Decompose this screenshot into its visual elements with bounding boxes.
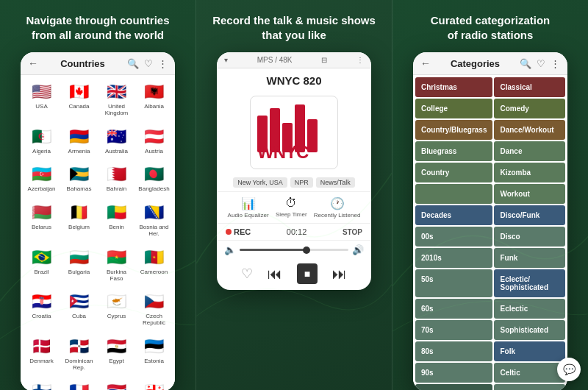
country-flag: 🇧🇾 <box>29 203 55 222</box>
list-item[interactable]: 🇪🇪 Estonia <box>136 333 172 376</box>
list-item[interactable]: 🇦🇱 Albania <box>136 78 172 121</box>
fab-button[interactable]: 💬 <box>557 358 581 381</box>
country-flag: 🇧🇯 <box>104 203 130 222</box>
country-flag: 🇧🇸 <box>66 165 93 184</box>
list-item[interactable]: 🇧🇫 Burkina Faso <box>98 244 135 287</box>
list-item[interactable]: Comedy <box>494 99 565 118</box>
list-item[interactable]: Decades <box>415 205 492 225</box>
list-item[interactable]: 🇧🇾 Belarus <box>24 199 60 242</box>
list-item[interactable]: 🇩🇴 Dominican Rep. <box>61 333 97 376</box>
list-item[interactable]: 🇪🇬 Egypt <box>98 333 135 376</box>
rec-label: REC <box>226 227 251 236</box>
list-item[interactable] <box>415 184 492 204</box>
heart-icon[interactable]: ♡ <box>144 58 153 69</box>
list-item[interactable]: 60s <box>415 299 492 319</box>
list-item[interactable]: Eclectic/ Sophisticated <box>494 269 565 297</box>
list-item[interactable]: 🇨🇲 Cameroon <box>136 244 172 287</box>
volume-track[interactable] <box>240 249 348 251</box>
list-item[interactable]: 🇧🇪 Belgium <box>61 199 97 242</box>
list-item[interactable]: 🇫🇷 France <box>61 377 97 390</box>
country-name: Azerbaijan <box>28 186 56 193</box>
next-button[interactable]: ⏭ <box>332 266 347 283</box>
list-item[interactable]: 🇨🇾 Cyprus <box>98 288 135 331</box>
recently-listened-control[interactable]: 🕐 Recently Listened <box>314 196 361 219</box>
equalizer-control[interactable]: 📊 Audio Equalizer <box>228 196 269 219</box>
list-item[interactable]: 🇨🇦 Canada <box>61 78 97 121</box>
list-item[interactable]: 🇨🇿 Czech Republic <box>136 288 172 331</box>
list-item[interactable]: 🇩🇰 Denmark <box>24 333 60 376</box>
list-item[interactable]: 🇧🇬 Bulgaria <box>61 244 97 287</box>
list-item[interactable]: 🇫🇮 Finland <box>24 377 60 390</box>
list-item[interactable]: Classical <box>494 77 565 97</box>
volume-thumb[interactable] <box>303 247 310 254</box>
list-item[interactable]: Folk <box>494 341 565 361</box>
list-item[interactable]: Disco <box>494 227 565 247</box>
more-icon[interactable]: ⋮ <box>158 58 168 69</box>
list-item[interactable]: Celtic <box>494 363 565 383</box>
list-item[interactable]: 🇩🇿 Algeria <box>24 123 60 160</box>
list-item[interactable]: Eclectic <box>494 299 565 319</box>
list-item[interactable]: 70s <box>415 320 492 340</box>
country-name: Cyprus <box>107 313 126 320</box>
countries-scroll[interactable]: 🇺🇸 USA 🇨🇦 Canada 🇬🇧 United Kingdom 🇦🇱 Al… <box>21 75 175 390</box>
categories-search-icon[interactable]: 🔍 <box>520 58 531 69</box>
list-item[interactable]: Kizomba <box>494 163 565 182</box>
list-item[interactable]: 🇧🇭 Bahrain <box>98 160 135 197</box>
sleep-timer-control[interactable]: ⏱ Sleep Timer <box>276 196 307 219</box>
list-item[interactable]: Dance <box>494 141 565 161</box>
list-item[interactable]: College <box>415 99 492 118</box>
list-item[interactable]: 50s <box>415 269 492 297</box>
list-item[interactable]: 80s <box>415 341 492 361</box>
country-flag: 🇨🇾 <box>104 292 130 311</box>
list-item[interactable]: Bluegrass <box>415 141 492 161</box>
network-tag: NPR <box>290 177 313 188</box>
categories-scroll[interactable]: ChristmasClassicalCollegeComedyCountry/B… <box>413 75 567 390</box>
categories-more-icon[interactable]: ⋮ <box>551 58 560 69</box>
list-item[interactable]: 🇧🇩 Bangladesh <box>136 160 172 197</box>
list-item[interactable]: Disco/Funk <box>494 205 565 225</box>
list-item[interactable]: 🇧🇷 Brazil <box>24 244 60 287</box>
list-item[interactable]: 2010s <box>415 248 492 268</box>
stop-button[interactable]: STOP <box>343 228 362 236</box>
back-icon[interactable]: ← <box>28 57 38 69</box>
list-item[interactable]: 🇨🇺 Cuba <box>61 288 97 331</box>
categories-heart-icon[interactable]: ♡ <box>537 58 545 69</box>
list-item[interactable]: 🇧🇸 Bahamas <box>61 160 97 197</box>
list-item[interactable]: Sophisticated <box>494 320 565 340</box>
list-item[interactable]: Funk <box>494 248 565 268</box>
list-item[interactable]: 🇦🇿 Azerbaijan <box>24 160 60 197</box>
cast-icon[interactable]: ⊟ <box>321 56 327 64</box>
list-item[interactable]: 🇧🇯 Benin <box>98 199 135 242</box>
list-item[interactable]: 🇦🇲 Armenia <box>61 123 97 160</box>
header-icons: 🔍 ♡ ⋮ <box>127 58 168 69</box>
list-item[interactable]: Country <box>415 163 492 182</box>
list-item[interactable]: 90s <box>415 363 492 383</box>
prev-button[interactable]: ⏮ <box>268 266 282 283</box>
recently-listened-label: Recently Listened <box>314 212 361 219</box>
country-flag: 🇫🇮 <box>29 382 55 390</box>
list-item[interactable]: 🇧🇦 Bosnia and Her. <box>136 199 172 242</box>
list-item[interactable]: 00s <box>415 227 492 247</box>
stop-playback-button[interactable]: ■ <box>297 263 318 284</box>
list-item[interactable]: Dance/Workout <box>494 120 565 140</box>
list-item[interactable]: 🇬🇪 Georgia <box>136 377 172 390</box>
station-logo: WNYC <box>250 96 338 169</box>
list-item[interactable]: 🇬🇧 United Kingdom <box>98 78 135 121</box>
list-item[interactable]: Country/Bluegrass <box>415 120 492 140</box>
list-item[interactable]: Workout <box>494 184 565 204</box>
list-item[interactable]: 🇬🇲 Gambia <box>98 377 135 390</box>
favorite-button[interactable]: ♡ <box>241 266 253 282</box>
search-icon[interactable]: 🔍 <box>127 58 139 69</box>
list-item[interactable]: 🇭🇷 Croatia <box>24 288 60 331</box>
list-item[interactable]: 🇺🇸 USA <box>24 78 60 121</box>
categories-back-icon[interactable]: ← <box>420 57 431 69</box>
dropdown-icon[interactable]: ▾ <box>224 56 228 64</box>
list-item[interactable]: Maori <box>494 384 565 390</box>
country-flag: 🇨🇿 <box>141 292 168 311</box>
list-item[interactable]: Electronic <box>415 384 492 390</box>
country-name: Dominican Rep. <box>62 358 96 372</box>
list-item[interactable]: 🇦🇺 Australia <box>98 123 135 160</box>
list-item[interactable]: Christmas <box>415 77 492 97</box>
list-item[interactable]: 🇦🇹 Austria <box>136 123 172 160</box>
player-more-icon[interactable]: ⋮ <box>356 56 364 64</box>
